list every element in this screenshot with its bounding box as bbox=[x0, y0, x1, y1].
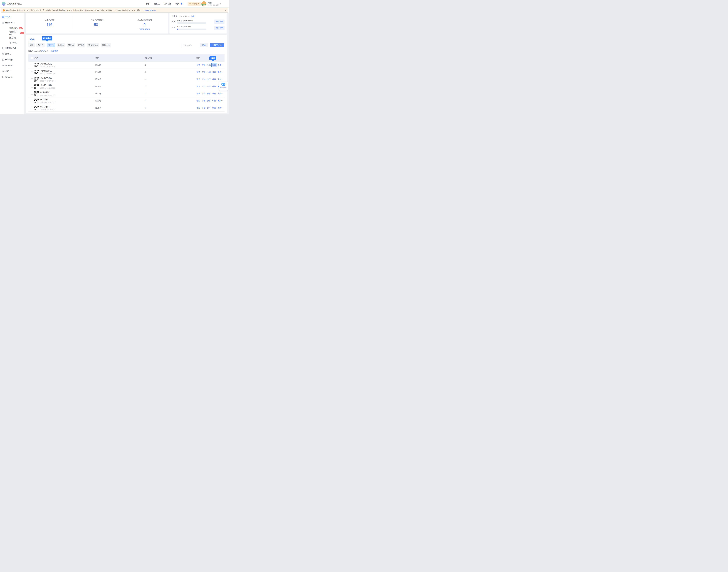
nav-item-2[interactable]: VIP会员 bbox=[164, 3, 171, 5]
action-0-row-4[interactable]: 预览 bbox=[197, 92, 200, 95]
notification-bell-icon[interactable] bbox=[180, 2, 183, 5]
sidebar-item-1[interactable]: 内容管理 bbox=[0, 20, 24, 26]
view-data-detail-link[interactable]: 查看数据详情 bbox=[121, 28, 168, 30]
action-1-row-1[interactable]: 下载 bbox=[202, 71, 206, 74]
action-2-row-2[interactable]: 分享 bbox=[207, 78, 211, 81]
action-1-row-6[interactable]: 下载 bbox=[202, 107, 206, 109]
action-0-row-3[interactable]: 预览 bbox=[197, 85, 200, 88]
sidebar-item-2[interactable]: 活码 (118)new bbox=[0, 26, 24, 31]
action-2-row-6[interactable]: 分享 bbox=[207, 107, 211, 109]
qr-thumbnail bbox=[34, 70, 39, 75]
nav-item-0[interactable]: 首页 bbox=[146, 3, 150, 5]
qrcode-list-card: 二维码 图片活码 全部视频码图片码音频码文件码网址码微页面活码批量子码 搜索 创… bbox=[26, 34, 227, 113]
row-name: 图片素材-2 bbox=[40, 91, 55, 94]
action-0-row-0[interactable]: 预览 bbox=[197, 64, 200, 66]
sidebar-item-3[interactable]: 批量模版 (4)new bbox=[0, 31, 24, 35]
action-1-row-4[interactable]: 下载 bbox=[202, 92, 206, 95]
table-row: 八木屋二维码 2025-07-04 16:31:45 图片码 1 预览下载分享编… bbox=[28, 62, 224, 69]
sidebar-item-9[interactable]: 成员管理 bbox=[0, 63, 24, 68]
sidebar-item-11[interactable]: 微信活码 bbox=[0, 74, 24, 80]
sidebar-item-5[interactable]: 标签样式 bbox=[0, 40, 24, 45]
action-3-row-6[interactable]: 编辑 bbox=[212, 107, 216, 109]
filter-chip-6[interactable]: 微页面活码 bbox=[87, 43, 99, 47]
action-1-row-3[interactable]: 下载 bbox=[202, 85, 206, 88]
row-checkbox[interactable] bbox=[31, 100, 33, 102]
batch-operation-link[interactable]: 批量操作 bbox=[51, 50, 58, 52]
action-2-row-1[interactable]: 分享 bbox=[207, 71, 211, 74]
action-3-row-3[interactable]: 编辑 bbox=[212, 85, 216, 88]
vip-badge: VIP bbox=[203, 4, 206, 6]
filter-chip-0[interactable]: 全部 bbox=[28, 43, 34, 47]
action-1-row-0[interactable]: 下载 bbox=[202, 64, 206, 66]
action-1-row-2[interactable]: 下载 bbox=[202, 78, 206, 81]
sparkle-dot bbox=[226, 84, 226, 84]
row-date: 2025-07-04 16:31:45 bbox=[40, 66, 55, 68]
renew-link[interactable]: 续费 bbox=[191, 15, 195, 18]
row-category: 图片码 bbox=[95, 92, 145, 95]
sidebar-item-label: 静态码 (8) bbox=[9, 37, 17, 39]
search-button[interactable]: 搜索 bbox=[200, 43, 208, 47]
chevron-up-icon[interactable] bbox=[220, 3, 221, 5]
row-category: 图片码 bbox=[95, 64, 145, 66]
action-0-row-2[interactable]: 预览 bbox=[197, 78, 200, 81]
buy-capacity-button[interactable]: 购买容量 bbox=[214, 19, 224, 24]
row-checkbox[interactable] bbox=[31, 64, 33, 66]
action-2-row-5[interactable]: 分享 bbox=[207, 99, 211, 102]
create-qrcode-button[interactable]: 创建二维码 bbox=[210, 43, 224, 47]
action-4-row-5[interactable]: 更多 bbox=[218, 99, 222, 102]
action-0-row-1[interactable]: 预览 bbox=[197, 71, 200, 74]
sidebar-item-10[interactable]: 设置 bbox=[0, 68, 24, 74]
content-policy-link[interactable]: 《内容管理规范》 bbox=[143, 9, 157, 12]
upgrade-renew-button[interactable]: 升级/续费 bbox=[188, 2, 201, 6]
user-name: Niko bbox=[208, 2, 212, 4]
filter-chip-7[interactable]: 批量子码 bbox=[101, 43, 111, 47]
banner-close-icon[interactable]: × bbox=[225, 9, 226, 11]
action-4-row-2[interactable]: 更多 bbox=[218, 78, 222, 81]
search-input[interactable] bbox=[181, 43, 200, 47]
sidebar-item-0[interactable]: 工作台 bbox=[0, 14, 24, 20]
filter-chip-5[interactable]: 网址码 bbox=[77, 43, 85, 47]
action-3-row-2[interactable]: 编辑 bbox=[212, 78, 216, 81]
action-3-row-4[interactable]: 编辑 bbox=[212, 92, 216, 95]
sidebar-item-8[interactable]: 电子画册 bbox=[0, 57, 24, 63]
action-3-row-5[interactable]: 编辑 bbox=[212, 99, 216, 102]
action-1-row-5[interactable]: 下载 bbox=[202, 99, 206, 102]
stat-label: 当天扫码次数(次) bbox=[121, 19, 168, 21]
action-0-row-5[interactable]: 预览 bbox=[197, 99, 200, 102]
action-2-row-4[interactable]: 分享 bbox=[207, 92, 211, 95]
filter-chip-2[interactable]: 图片码 bbox=[47, 43, 55, 47]
qr-thumbnail bbox=[34, 63, 39, 68]
new-badge: new bbox=[20, 32, 24, 34]
sidebar-item-7[interactable]: 激活码 bbox=[0, 51, 24, 57]
chevron-down-icon bbox=[221, 93, 222, 94]
row-checkbox[interactable] bbox=[31, 71, 33, 73]
action-4-row-1[interactable]: 更多 bbox=[218, 71, 222, 74]
nav-item-3[interactable]: 帮助 bbox=[175, 3, 179, 5]
buy-traffic-button[interactable]: 购买流量 bbox=[214, 26, 224, 30]
action-4-row-6[interactable]: 更多 bbox=[218, 107, 222, 109]
row-checkbox[interactable] bbox=[31, 93, 33, 95]
online-consult-widget[interactable]: + 在线咨询 bbox=[219, 81, 228, 90]
row-checkbox[interactable] bbox=[31, 86, 33, 87]
row-checkbox[interactable] bbox=[31, 78, 33, 80]
select-all-checkbox[interactable] bbox=[31, 57, 33, 59]
tab-qrcode[interactable]: 二维码 bbox=[28, 38, 34, 41]
action-4-row-0[interactable]: 更多 bbox=[218, 64, 222, 66]
filter-chip-4[interactable]: 文件码 bbox=[67, 43, 75, 47]
filter-chip-3[interactable]: 音频码 bbox=[57, 43, 65, 47]
action-3-row-0[interactable]: 编辑 bbox=[211, 63, 217, 67]
gear-icon bbox=[2, 70, 4, 72]
sidebar-item-6[interactable]: 问卷调研 (16) bbox=[0, 45, 24, 51]
table-row: 图片素材-4 2025-06-20 09:36:21 图片码 0 预览下载分享编… bbox=[28, 104, 224, 112]
type-tooltip: 图片活码 bbox=[42, 37, 53, 41]
sidebar-item-4[interactable]: 静态码 (8) bbox=[0, 35, 24, 40]
action-0-row-6[interactable]: 预览 bbox=[197, 107, 200, 109]
action-2-row-0[interactable]: 分享 bbox=[207, 64, 211, 66]
action-4-row-4[interactable]: 更多 bbox=[218, 92, 222, 95]
plan-card: 企业版 2025-12-28 续费 容量 136.81MB/60.00GB 购买… bbox=[169, 13, 227, 33]
row-checkbox[interactable] bbox=[31, 107, 33, 109]
action-3-row-1[interactable]: 编辑 bbox=[212, 71, 216, 74]
nav-item-1[interactable]: 模板库 bbox=[154, 3, 160, 5]
filter-chip-1[interactable]: 视频码 bbox=[37, 43, 45, 47]
action-2-row-3[interactable]: 分享 bbox=[207, 85, 211, 88]
